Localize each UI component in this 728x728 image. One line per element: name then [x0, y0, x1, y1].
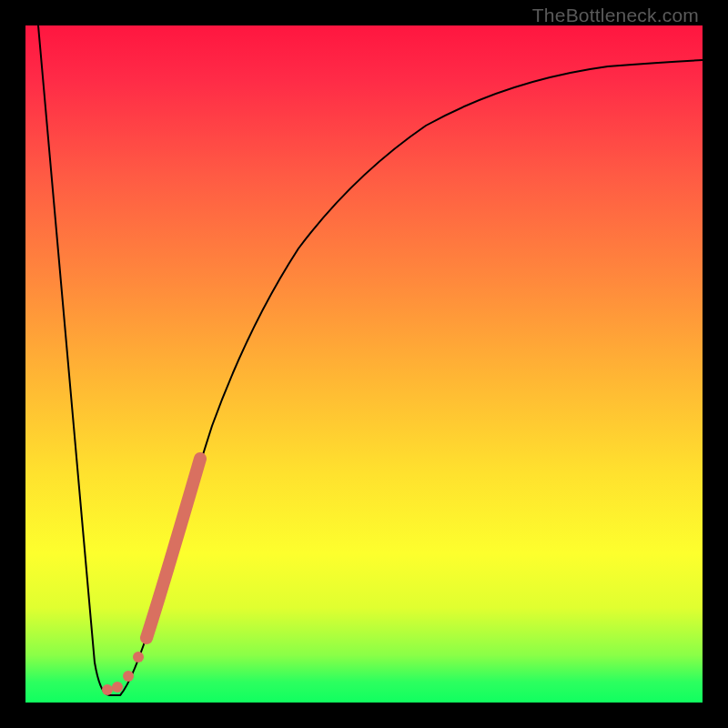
marker-dot [123, 671, 134, 682]
plot-area [25, 25, 703, 703]
marker-dot [102, 684, 113, 695]
bottleneck-curve-line [38, 25, 703, 695]
chart-svg [25, 25, 703, 703]
chart-frame: TheBottleneck.com [0, 0, 728, 728]
marker-dot [133, 652, 144, 662]
watermark-text: TheBottleneck.com [532, 5, 699, 26]
marker-dot [112, 682, 123, 693]
highlight-segment [147, 459, 200, 638]
